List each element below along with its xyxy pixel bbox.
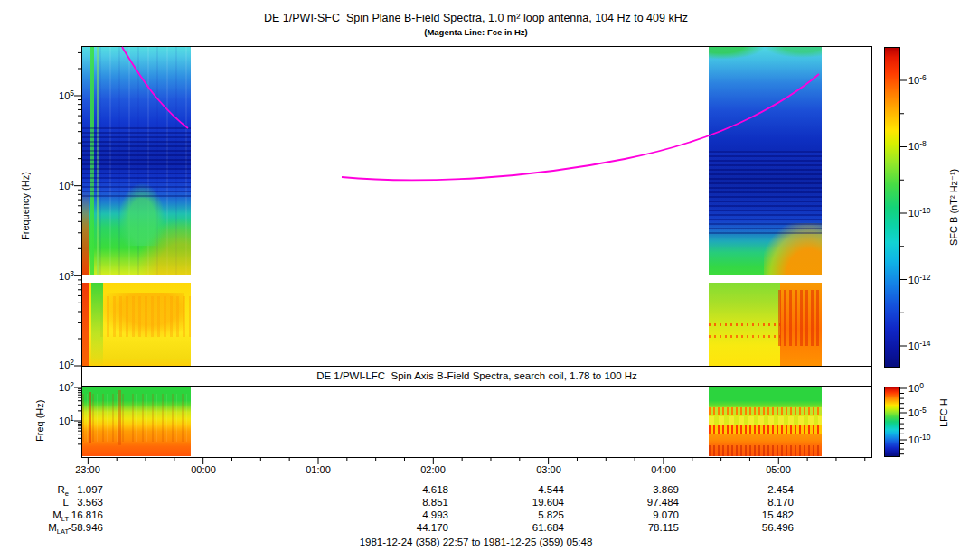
figure-root: DE 1/PWI-SFC Spin Plane B-Field Spectra,… — [0, 0, 979, 560]
axis-ticks — [0, 0, 979, 560]
